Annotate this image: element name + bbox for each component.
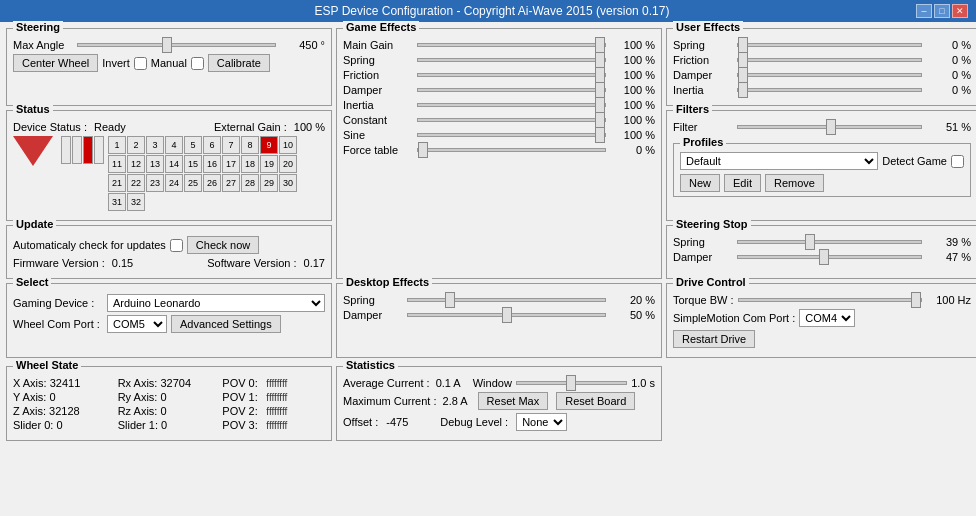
maximize-button[interactable]: □ <box>934 4 950 18</box>
axis-row: Slider 0: 0 <box>13 419 116 431</box>
effect-value: 20 % <box>610 294 655 306</box>
status-cell[interactable]: 10 <box>279 136 297 154</box>
close-button[interactable]: ✕ <box>952 4 968 18</box>
effect-slider[interactable] <box>417 88 606 92</box>
edit-button[interactable]: Edit <box>724 174 761 192</box>
effect-slider[interactable] <box>737 73 922 77</box>
max-angle-label: Max Angle <box>13 39 73 51</box>
effect-label: Spring <box>343 54 413 66</box>
status-cell[interactable]: 5 <box>184 136 202 154</box>
gaming-device-label: Gaming Device : <box>13 297 103 309</box>
restart-drive-button[interactable]: Restart Drive <box>673 330 755 348</box>
effect-label: Damper <box>343 309 403 321</box>
gaming-device-select[interactable]: Arduino Leonardo <box>107 294 325 312</box>
status-cell[interactable]: 28 <box>241 174 259 192</box>
effect-slider[interactable] <box>737 255 922 259</box>
status-cell[interactable]: 31 <box>108 193 126 211</box>
effect-slider[interactable] <box>417 133 606 137</box>
remove-button[interactable]: Remove <box>765 174 824 192</box>
status-cell[interactable]: 25 <box>184 174 202 192</box>
effect-value: 0 % <box>610 144 655 156</box>
detect-game-checkbox[interactable] <box>951 155 964 168</box>
rx-axis-row: Slider 1: 0 <box>118 419 221 431</box>
reset-max-button[interactable]: Reset Max <box>478 392 549 410</box>
status-cell[interactable]: 27 <box>222 174 240 192</box>
effect-slider[interactable] <box>407 313 606 317</box>
desktop-effects-title: Desktop Effects <box>343 276 432 288</box>
status-cell[interactable]: 14 <box>165 155 183 173</box>
avg-current-label: Average Current : <box>343 377 430 389</box>
effect-slider[interactable] <box>737 58 922 62</box>
status-cell[interactable]: 20 <box>279 155 297 173</box>
status-cell[interactable]: 7 <box>222 136 240 154</box>
status-cell[interactable]: 22 <box>127 174 145 192</box>
status-cell[interactable]: 13 <box>146 155 164 173</box>
advanced-settings-button[interactable]: Advanced Settings <box>171 315 281 333</box>
effect-slider[interactable] <box>417 103 606 107</box>
effect-slider[interactable] <box>417 118 606 122</box>
auto-check-checkbox[interactable] <box>170 239 183 252</box>
effect-slider[interactable] <box>407 298 606 302</box>
status-cell[interactable]: 11 <box>108 155 126 173</box>
new-button[interactable]: New <box>680 174 720 192</box>
simple-motion-select[interactable]: COM4 <box>799 309 855 327</box>
wheel-com-port-label: Wheel Com Port : <box>13 318 103 330</box>
effect-slider[interactable] <box>417 73 606 77</box>
window-slider[interactable] <box>516 381 627 385</box>
status-cell[interactable]: 4 <box>165 136 183 154</box>
effect-slider[interactable] <box>737 240 922 244</box>
effect-slider[interactable] <box>417 58 606 62</box>
effect-slider[interactable] <box>737 88 922 92</box>
status-cell[interactable]: 18 <box>241 155 259 173</box>
status-cell[interactable]: 6 <box>203 136 221 154</box>
filter-slider[interactable] <box>737 125 922 129</box>
effect-label: Main Gain <box>343 39 413 51</box>
manual-checkbox[interactable] <box>191 57 204 70</box>
effect-slider[interactable] <box>417 148 606 152</box>
status-cell[interactable]: 32 <box>127 193 145 211</box>
device-status-label: Device Status : Ready <box>13 121 126 133</box>
status-cell[interactable]: 26 <box>203 174 221 192</box>
effect-label: Damper <box>343 84 413 96</box>
manual-label: Manual <box>151 57 187 69</box>
wheel-com-port-select[interactable]: COM5 <box>107 315 167 333</box>
pov-row: POV 2:ffffffff <box>222 405 325 417</box>
status-cell[interactable]: 9 <box>260 136 278 154</box>
minimize-button[interactable]: – <box>916 4 932 18</box>
status-cell[interactable]: 8 <box>241 136 259 154</box>
status-cell[interactable]: 19 <box>260 155 278 173</box>
effect-label: Force table <box>343 144 413 156</box>
status-cell[interactable]: 1 <box>108 136 126 154</box>
status-cell[interactable]: 24 <box>165 174 183 192</box>
debug-level-select[interactable]: None <box>516 413 567 431</box>
status-cell[interactable]: 16 <box>203 155 221 173</box>
title-bar: ESP Device Configuration - Copyright Ai-… <box>0 0 976 22</box>
max-angle-value: 450 ° <box>280 39 325 51</box>
effect-label: Damper <box>673 69 733 81</box>
status-cell[interactable]: 17 <box>222 155 240 173</box>
profiles-select[interactable]: Default <box>680 152 878 170</box>
effect-value: 0 % <box>926 39 971 51</box>
status-cell[interactable]: 3 <box>146 136 164 154</box>
torque-bw-slider[interactable] <box>738 298 922 302</box>
filters-title: Filters <box>673 103 712 115</box>
status-cell[interactable]: 30 <box>279 174 297 192</box>
center-wheel-button[interactable]: Center Wheel <box>13 54 98 72</box>
status-cell[interactable]: 29 <box>260 174 278 192</box>
status-cell[interactable]: 23 <box>146 174 164 192</box>
calibrate-button[interactable]: Calibrate <box>208 54 270 72</box>
status-cell[interactable]: 21 <box>108 174 126 192</box>
max-angle-slider[interactable] <box>77 43 276 47</box>
reset-board-button[interactable]: Reset Board <box>556 392 635 410</box>
invert-checkbox[interactable] <box>134 57 147 70</box>
status-cell[interactable]: 15 <box>184 155 202 173</box>
check-now-button[interactable]: Check now <box>187 236 259 254</box>
effect-value: 47 % <box>926 251 971 263</box>
window-label: Window <box>473 377 512 389</box>
effect-slider[interactable] <box>417 43 606 47</box>
status-cell[interactable]: 12 <box>127 155 145 173</box>
status-cell[interactable]: 2 <box>127 136 145 154</box>
detect-game-label: Detect Game <box>882 155 947 167</box>
effect-slider[interactable] <box>737 43 922 47</box>
game-effect-row: Constant 100 % <box>343 114 655 126</box>
